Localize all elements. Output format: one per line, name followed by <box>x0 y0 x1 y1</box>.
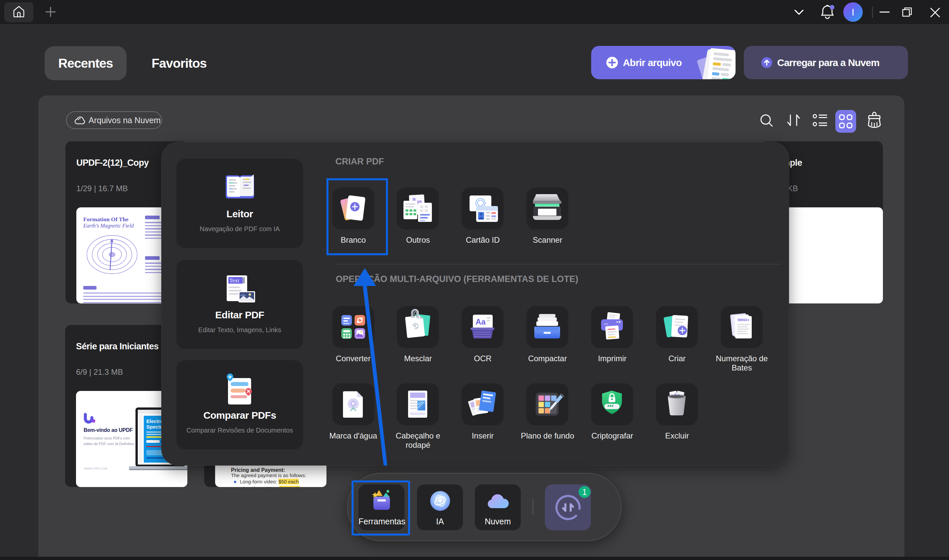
svg-text:***: *** <box>607 404 614 410</box>
svg-text:Aa: Aa <box>475 317 486 326</box>
svg-text:Text: Text <box>229 277 239 284</box>
svg-text:000123: 000123 <box>738 318 749 322</box>
